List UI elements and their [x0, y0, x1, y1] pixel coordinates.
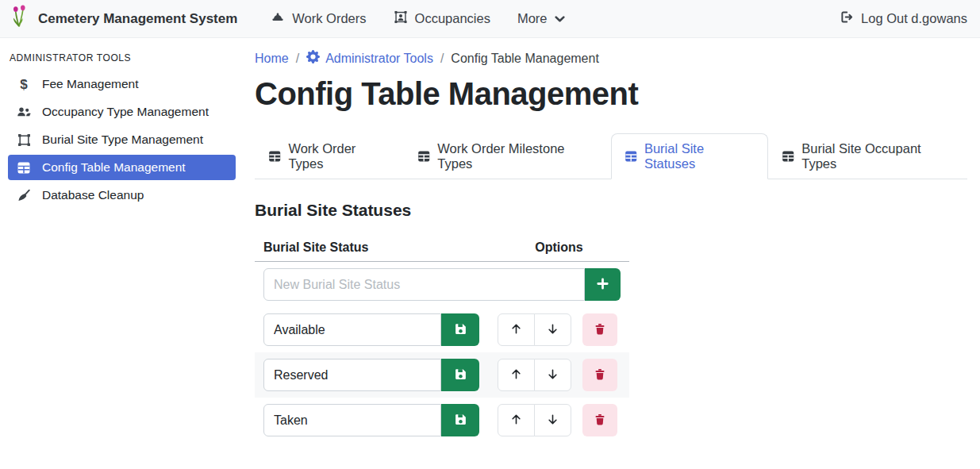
- broom-icon: [16, 189, 32, 202]
- config-tabs: Work Order Types Work Order Milestone Ty…: [255, 133, 967, 179]
- arrow-down-icon: [546, 367, 559, 383]
- sidebar-item-database-cleanup[interactable]: Database Cleanup: [8, 183, 236, 208]
- table-icon: [417, 150, 430, 163]
- breadcrumb-separator: /: [440, 52, 444, 66]
- move-down-button[interactable]: [534, 404, 571, 436]
- plus-icon: [596, 277, 609, 293]
- arrow-up-icon: [509, 367, 523, 383]
- move-down-button[interactable]: [534, 359, 571, 391]
- tab-burial-site-occupant-types[interactable]: Burial Site Occupant Types: [768, 133, 967, 179]
- save-status-button[interactable]: [441, 359, 479, 391]
- breadcrumb-current: Config Table Management: [451, 52, 599, 66]
- status-row-reserved: [255, 352, 629, 398]
- move-down-button[interactable]: [534, 313, 571, 346]
- table-header-row: Burial Site Status Options: [255, 234, 629, 262]
- save-icon: [454, 413, 467, 429]
- sidebar-item-label: Burial Site Type Management: [42, 133, 203, 147]
- add-status-button[interactable]: [585, 268, 621, 301]
- gear-icon: [306, 50, 320, 67]
- new-status-row: [255, 262, 629, 307]
- sidebar-item-label: Config Table Management: [42, 160, 186, 175]
- save-status-button[interactable]: [441, 313, 479, 346]
- trash-icon: [594, 413, 606, 429]
- tab-work-order-types[interactable]: Work Order Types: [255, 133, 404, 179]
- delete-status-button[interactable]: [582, 359, 617, 391]
- sidebar-item-label: Occupancy Type Management: [42, 105, 209, 119]
- column-header-options: Options: [489, 234, 629, 261]
- breadcrumb-home[interactable]: Home: [255, 52, 289, 66]
- statuses-table: Burial Site Status Options: [255, 234, 629, 443]
- nav-label: Work Orders: [292, 11, 366, 26]
- move-up-button[interactable]: [498, 359, 535, 391]
- save-icon: [454, 367, 467, 383]
- logout-label: Log Out d.gowans: [861, 11, 967, 26]
- status-row-available: [255, 307, 629, 352]
- main-nav: Work Orders Occupancies More: [271, 10, 564, 27]
- delete-status-button[interactable]: [582, 313, 617, 346]
- arrow-up-icon: [509, 322, 523, 338]
- dollar-icon: $: [16, 78, 32, 91]
- delete-status-button[interactable]: [582, 404, 617, 436]
- sidebar-item-config-table-management[interactable]: Config Table Management: [8, 155, 236, 180]
- tab-label: Work Order Types: [288, 141, 390, 171]
- new-status-input[interactable]: [263, 268, 585, 301]
- nav-more[interactable]: More: [517, 11, 565, 26]
- page-title: Config Table Management: [255, 75, 967, 113]
- table-icon: [782, 150, 794, 163]
- nav-occupancies[interactable]: Occupancies: [394, 10, 490, 27]
- table-icon: [268, 150, 281, 163]
- save-icon: [454, 322, 467, 338]
- nav-work-orders[interactable]: Work Orders: [271, 11, 366, 27]
- trash-icon: [594, 367, 606, 383]
- logout-link[interactable]: Log Out d.gowans: [840, 10, 967, 27]
- sidebar-item-occupancy-type-management[interactable]: Occupancy Type Management: [8, 99, 236, 125]
- reorder-button-group: [498, 404, 571, 436]
- sidebar-item-burial-site-type-management[interactable]: Burial Site Type Management: [8, 127, 236, 152]
- tab-label: Burial Site Statuses: [644, 141, 755, 171]
- breadcrumb: Home / Administrator Tools / Config Tabl…: [255, 50, 967, 67]
- move-up-button[interactable]: [498, 404, 535, 436]
- section-heading: Burial Site Statuses: [255, 201, 967, 220]
- sidebar-item-label: Database Cleanup: [42, 188, 144, 202]
- save-status-button[interactable]: [441, 404, 479, 436]
- hard-hat-icon: [271, 11, 285, 27]
- vector-square-icon: [16, 133, 32, 147]
- status-input[interactable]: [263, 313, 441, 346]
- reorder-button-group: [498, 359, 571, 391]
- tab-label: Burial Site Occupant Types: [801, 141, 954, 171]
- top-navbar: Cemetery Management System Work Orders: [0, 0, 980, 38]
- chevron-down-icon: [555, 11, 565, 26]
- sidebar-heading: ADMINISTRATOR TOOLS: [0, 41, 246, 71]
- app-brand[interactable]: Cemetery Management System: [10, 5, 237, 33]
- reorder-button-group: [498, 313, 571, 346]
- tulip-logo-icon: [10, 5, 30, 33]
- breadcrumb-separator: /: [296, 52, 299, 66]
- sidebar-item-label: Fee Management: [42, 77, 139, 91]
- nav-label: Occupancies: [415, 11, 490, 26]
- status-input[interactable]: [263, 404, 441, 436]
- arrow-down-icon: [546, 413, 559, 429]
- arrow-up-icon: [509, 413, 523, 429]
- logout-icon: [840, 10, 854, 27]
- app-title: Cemetery Management System: [38, 11, 237, 27]
- table-icon: [16, 161, 32, 175]
- tab-label: Work Order Milestone Types: [437, 141, 597, 171]
- sidebar-item-fee-management[interactable]: $ Fee Management: [8, 71, 236, 97]
- move-up-button[interactable]: [498, 313, 535, 346]
- admin-sidebar: ADMINISTRATOR TOOLS $ Fee Management Occ…: [0, 38, 246, 469]
- tab-work-order-milestone-types[interactable]: Work Order Milestone Types: [404, 133, 611, 179]
- breadcrumb-administrator-tools[interactable]: Administrator Tools: [306, 50, 433, 67]
- tab-burial-site-statuses[interactable]: Burial Site Statuses: [611, 133, 768, 179]
- table-icon: [625, 150, 637, 163]
- status-input[interactable]: [263, 359, 441, 391]
- occupant-frame-icon: [394, 10, 408, 27]
- main-content: Home / Administrator Tools / Config Tabl…: [246, 38, 980, 469]
- trash-icon: [594, 322, 606, 338]
- status-row-taken: [255, 398, 629, 443]
- column-header-burial-site-status: Burial Site Status: [255, 234, 489, 261]
- nav-label: More: [517, 11, 548, 26]
- users-icon: [16, 106, 32, 118]
- arrow-down-icon: [546, 322, 559, 338]
